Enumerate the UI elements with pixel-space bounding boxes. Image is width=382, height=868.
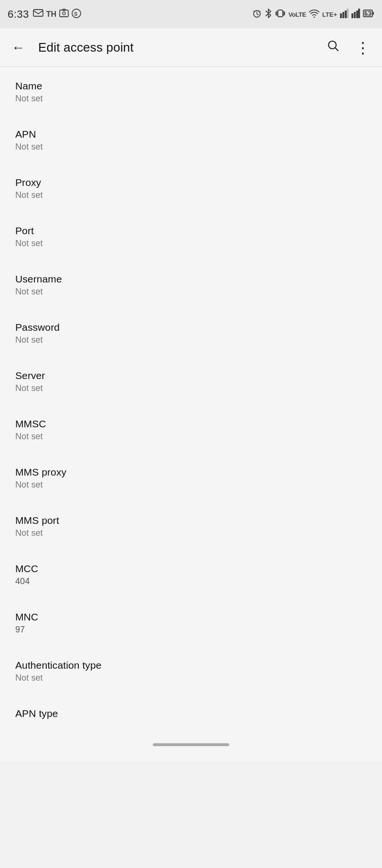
settings-item-value: Not set [15,383,367,393]
svg-rect-13 [351,13,353,18]
svg-rect-7 [278,10,283,17]
settings-item-value: Not set [15,432,367,442]
settings-item[interactable]: Authentication typeNot set [0,646,382,694]
more-options-button[interactable]: ⋮ [351,36,374,59]
th-icon: TH [46,10,56,19]
settings-list: NameNot setAPNNot setProxyNot setPortNot… [0,67,382,733]
msg-icon [33,9,43,20]
settings-item-value: Not set [15,190,367,200]
settings-item[interactable]: PortNot set [0,212,382,260]
svg-rect-10 [342,12,344,18]
settings-item-label: Password [15,322,367,333]
alarm-icon [252,9,262,20]
vibrate-icon [275,9,286,20]
app-bar-actions: ⋮ [323,35,374,60]
settings-item-value: Not set [15,673,367,683]
settings-item-label: Authentication type [15,660,367,671]
settings-item[interactable]: ServerNot set [0,357,382,405]
search-icon [327,39,340,56]
settings-item[interactable]: NameNot set [0,67,382,115]
settings-item-label: Port [15,225,367,237]
status-icons-left: TH S [33,9,81,21]
settings-item-label: MCC [15,563,367,575]
svg-point-8 [313,17,315,18]
wifi-icon [309,9,319,20]
settings-item[interactable]: APNNot set [0,115,382,163]
status-bar-left: 6:33 TH [8,8,81,21]
search-button[interactable] [323,35,344,60]
scroll-indicator [153,743,229,746]
signal2-icon [351,9,360,20]
settings-item-value: Not set [15,94,367,104]
svg-rect-9 [340,13,342,18]
svg-rect-1 [60,10,68,17]
settings-item[interactable]: PasswordNot set [0,308,382,357]
settings-item[interactable]: MNC97 [0,598,382,646]
settings-item-label: MNC [15,611,367,623]
volte-icon: VoLTE [288,11,306,18]
svg-rect-18 [372,12,374,15]
settings-item-label: APN type [15,708,367,719]
lte-icon: LTE+ [322,11,337,18]
settings-item[interactable]: MMSCNot set [0,405,382,453]
svg-text:S: S [74,11,77,17]
shazam-icon: S [72,9,81,21]
settings-item-label: Username [15,273,367,285]
svg-rect-0 [33,10,43,16]
screenshot-icon [59,9,69,21]
back-button[interactable]: ← [8,36,29,59]
signal1-icon [340,9,349,20]
settings-item[interactable]: MMS proxyNot set [0,453,382,501]
svg-rect-16 [358,9,360,18]
bluetooth-icon [265,8,272,21]
settings-item-value: Not set [15,335,367,345]
settings-item-label: Proxy [15,177,367,188]
settings-item-label: MMS proxy [15,467,367,478]
settings-item-value: Not set [15,142,367,152]
settings-item-label: Server [15,370,367,381]
svg-rect-12 [347,9,349,18]
settings-item[interactable]: UsernameNot set [0,260,382,308]
settings-item-value: 97 [15,625,367,635]
battery-icon [363,9,374,20]
settings-item-value: 404 [15,576,367,586]
settings-item-label: MMS port [15,515,367,526]
settings-item[interactable]: MMS portNot set [0,501,382,550]
back-arrow-icon: ← [11,40,25,55]
bottom-bar [0,733,382,761]
app-bar: ← Edit access point ⋮ [0,29,382,67]
settings-item-value: Not set [15,480,367,490]
status-icons-right: VoLTE LTE+ [252,8,374,21]
settings-item-label: APN [15,129,367,140]
status-time: 6:33 [8,8,29,21]
svg-rect-14 [354,12,356,18]
svg-point-2 [63,12,65,15]
settings-item[interactable]: MCC404 [0,550,382,598]
status-bar: 6:33 TH [0,0,382,29]
svg-rect-11 [345,11,347,18]
settings-item-value: Not set [15,287,367,297]
settings-item-label: Name [15,80,367,92]
settings-item-label: MMSC [15,418,367,430]
more-vertical-icon: ⋮ [355,40,371,55]
settings-item-value: Not set [15,528,367,538]
settings-item[interactable]: APN type [0,694,382,733]
page-title: Edit access point [38,40,313,55]
settings-item-value: Not set [15,239,367,249]
svg-rect-15 [356,11,358,18]
settings-item[interactable]: ProxyNot set [0,163,382,212]
